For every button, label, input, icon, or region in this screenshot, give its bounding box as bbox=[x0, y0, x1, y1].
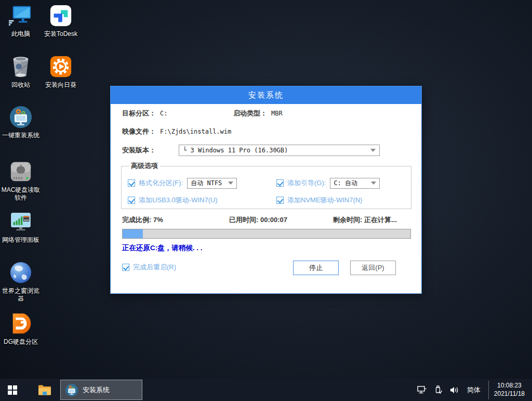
reboot-after-finish: 完成后重启(R) bbox=[122, 263, 176, 272]
image-file-label: 映像文件： bbox=[122, 127, 156, 136]
desktop-icon-label: 一键重装系统 bbox=[2, 132, 39, 139]
clock-time: 10:08:23 bbox=[494, 382, 525, 390]
chevron-down-icon bbox=[228, 182, 233, 185]
desktop-icon-recycle-bin[interactable]: 回收站 bbox=[1, 54, 41, 89]
format-partition-label: 格式化分区(F): bbox=[139, 178, 183, 188]
desktop-icon-dg-partition[interactable]: DG硬盘分区 bbox=[1, 311, 41, 346]
add-boot-value: C: 自动 bbox=[334, 179, 357, 188]
status-text: 正在还原C:盘，请稍候. . . bbox=[122, 243, 203, 253]
advanced-options-title: 高级选项 bbox=[129, 161, 160, 171]
reboot-label: 完成后重启(R) bbox=[133, 263, 176, 272]
clock-date: 2021/11/18 bbox=[494, 390, 525, 398]
taskbar-task-install-system[interactable]: 安装系统 bbox=[60, 380, 142, 400]
format-partition-checkbox[interactable] bbox=[128, 179, 135, 187]
format-partition-select[interactable]: 自动 NTFS bbox=[187, 178, 237, 189]
network-panel-icon bbox=[8, 209, 33, 234]
windows-logo-icon bbox=[8, 385, 17, 395]
boot-type-label: 启动类型： bbox=[233, 109, 267, 118]
progress-info-row: 完成比例: 7% 已用时间: 00:00:07 剩余时间: 正在计算... bbox=[122, 215, 411, 225]
advanced-row-2: 添加USB3.0驱动-WIN7(U) 添加NVME驱动-WIN7(N) bbox=[128, 192, 405, 208]
volume-tray-icon[interactable] bbox=[450, 386, 459, 394]
dg-partition-icon bbox=[8, 311, 33, 336]
progress-bar-fill bbox=[123, 229, 143, 238]
file-explorer-button[interactable] bbox=[34, 379, 55, 401]
add-boot-checkbox[interactable] bbox=[276, 179, 284, 187]
target-partition-value: C: bbox=[160, 110, 167, 117]
install-version-select[interactable]: └ 3 Windows 11 Pro (16.30GB) bbox=[179, 145, 380, 156]
input-method-indicator[interactable]: 简体 bbox=[467, 385, 481, 395]
start-button[interactable] bbox=[0, 379, 25, 401]
mac-disk-icon bbox=[8, 159, 33, 184]
desktop-icon-label: 安装ToDesk bbox=[44, 30, 77, 38]
dialog-title-bar[interactable]: 安装系统 bbox=[111, 86, 421, 104]
stop-button[interactable]: 停止 bbox=[293, 261, 339, 275]
advanced-options-group: 高级选项 格式化分区(F): 自动 NTFS 添加引导(G): C: 自动 bbox=[121, 161, 411, 209]
image-file-row: 映像文件： F:\Zjds\install.wim bbox=[122, 126, 231, 137]
desktop-icon-label: 世界之窗浏览器 bbox=[1, 287, 41, 303]
desktop-icon-this-pc[interactable]: 此电脑 bbox=[1, 3, 41, 38]
boot-type-row: 启动类型： MBR bbox=[233, 108, 283, 119]
usb3-driver-label: 添加USB3.0驱动-WIN7(U) bbox=[139, 196, 218, 205]
format-partition-value: 自动 NTFS bbox=[191, 179, 222, 188]
install-system-dialog: 安装系统 目标分区： C: 启动类型： MBR 映像文件： F:\Zjds\in… bbox=[110, 86, 422, 294]
system-tray: 简体 10:08:23 2021/11/18 bbox=[417, 379, 532, 401]
todesk-icon bbox=[48, 3, 73, 28]
install-version-row: 安装版本： bbox=[122, 145, 156, 156]
task-button-label: 安装系统 bbox=[83, 385, 110, 395]
this-pc-icon bbox=[8, 3, 33, 28]
taskbar-clock[interactable]: 10:08:23 2021/11/18 bbox=[488, 381, 528, 399]
desktop-icon-browser[interactable]: 世界之窗浏览器 bbox=[1, 260, 41, 303]
sunflower-icon bbox=[48, 54, 73, 79]
desktop-icon-label: DG硬盘分区 bbox=[4, 338, 38, 346]
remaining-time-label: 剩余时间: 正在计算... bbox=[333, 215, 397, 225]
desktop-icon-sunflower[interactable]: 安装向日葵 bbox=[41, 54, 81, 89]
desktop-icon-label: 网络管理面板 bbox=[2, 236, 39, 244]
taskbar: 安装系统 简体 10:08:23 2021/11/18 bbox=[0, 379, 532, 401]
reinstall-system-icon bbox=[8, 105, 33, 130]
desktop-icon-label: 安装向日葵 bbox=[45, 81, 76, 89]
progress-bar bbox=[122, 229, 411, 239]
install-version-label: 安装版本： bbox=[122, 146, 156, 155]
install-system-task-icon bbox=[65, 383, 78, 397]
desktop-icon-label: 回收站 bbox=[11, 81, 30, 89]
recycle-bin-icon bbox=[8, 54, 33, 79]
usb-tray-icon[interactable] bbox=[435, 385, 442, 394]
desktop-icon-reinstall-system[interactable]: 一键重装系统 bbox=[1, 105, 41, 139]
desktop-icon-label: MAC硬盘读取软件 bbox=[1, 186, 41, 202]
advanced-row-1: 格式化分区(F): 自动 NTFS 添加引导(G): C: 自动 bbox=[128, 175, 405, 191]
desktop-icon-label: 此电脑 bbox=[11, 30, 30, 38]
add-boot-select[interactable]: C: 自动 bbox=[330, 178, 380, 189]
add-boot-label: 添加引导(G): bbox=[287, 178, 326, 188]
network-tray-icon[interactable] bbox=[417, 386, 427, 394]
folder-icon bbox=[38, 384, 51, 396]
progress-percent-label: 完成比例: 7% bbox=[122, 215, 229, 225]
browser-icon bbox=[8, 260, 33, 285]
desktop-icon-todesk[interactable]: 安装ToDesk bbox=[41, 3, 81, 38]
usb3-driver-checkbox[interactable] bbox=[128, 197, 135, 204]
target-partition-label: 目标分区： bbox=[122, 109, 156, 118]
chevron-down-icon bbox=[371, 182, 376, 185]
nvme-driver-checkbox[interactable] bbox=[276, 197, 284, 204]
target-partition-row: 目标分区： C: bbox=[122, 108, 167, 119]
install-version-value: └ 3 Windows 11 Pro (16.30GB) bbox=[183, 147, 288, 154]
chevron-down-icon bbox=[370, 149, 376, 152]
desktop-icon-network-panel[interactable]: 网络管理面板 bbox=[1, 209, 41, 244]
back-button[interactable]: 返回(P) bbox=[350, 261, 396, 275]
image-file-value: F:\Zjds\install.wim bbox=[160, 128, 231, 135]
desktop-icon-mac-disk[interactable]: MAC硬盘读取软件 bbox=[1, 159, 41, 202]
reboot-checkbox[interactable] bbox=[122, 264, 129, 271]
dialog-body: 目标分区： C: 启动类型： MBR 映像文件： F:\Zjds\install… bbox=[111, 104, 421, 294]
dialog-title: 安装系统 bbox=[248, 90, 284, 100]
elapsed-time-label: 已用时间: 00:00:07 bbox=[229, 215, 333, 225]
nvme-driver-label: 添加NVME驱动-WIN7(N) bbox=[287, 196, 362, 205]
boot-type-value: MBR bbox=[271, 110, 283, 117]
